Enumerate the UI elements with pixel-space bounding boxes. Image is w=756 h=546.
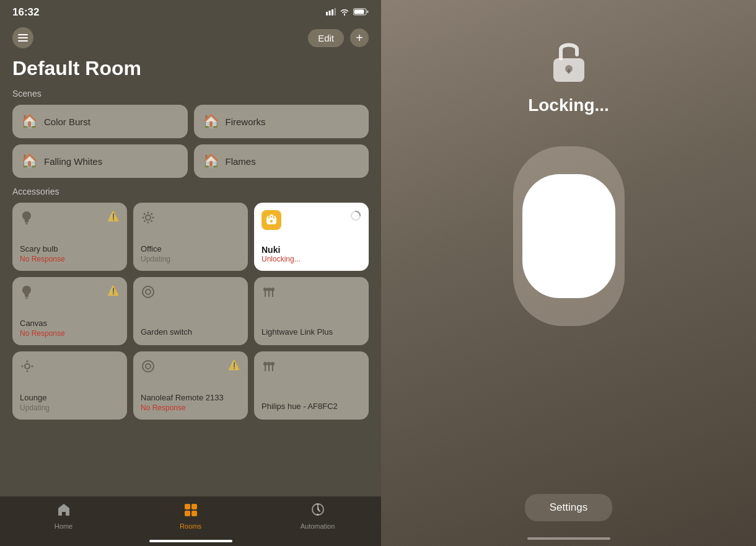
svg-point-53 [317, 504, 319, 506]
svg-rect-23 [271, 221, 272, 223]
acc-status: No Response [20, 329, 120, 338]
acc-card-nuki[interactable]: Nuki Unlocking... [254, 203, 369, 271]
battery-icon [353, 8, 369, 17]
status-bar: 16:32 [0, 0, 381, 22]
lock-icon-area: Locking... [528, 37, 609, 115]
svg-point-13 [147, 212, 149, 214]
svg-rect-50 [185, 511, 190, 516]
scenes-grid: 🏠 Color Burst 🏠 Fireworks 🏠 Falling Whit… [12, 105, 369, 178]
rooms-tab-icon [183, 503, 198, 520]
svg-point-17 [144, 213, 146, 215]
acc-card-lightwave[interactable]: Lightwave Link Plus [254, 277, 369, 345]
automation-tab-icon [310, 503, 325, 520]
svg-point-36 [27, 361, 29, 363]
svg-rect-5 [367, 11, 369, 13]
acc-name: Garden switch [141, 327, 240, 338]
loading-spinner [350, 210, 361, 224]
house-icon: 🏠 [203, 153, 219, 169]
svg-point-39 [32, 366, 33, 368]
svg-rect-7 [18, 34, 28, 35]
dial-container [513, 146, 625, 326]
phone-content: Scenes 🏠 Color Burst 🏠 Fireworks 🏠 Falli… [0, 89, 381, 420]
tab-automation-label: Automation [301, 522, 335, 530]
svg-point-40 [143, 361, 154, 372]
dial-outer[interactable] [513, 146, 625, 326]
svg-rect-1 [329, 11, 331, 15]
tab-bar: Home Rooms Autom [0, 496, 381, 546]
acc-status: Unlocking... [262, 255, 361, 263]
scene-card-fireworks[interactable]: 🏠 Fireworks [194, 105, 369, 138]
office-icon [141, 210, 156, 229]
svg-point-43 [267, 362, 271, 366]
svg-point-41 [146, 364, 151, 369]
acc-card-garden-switch[interactable]: Garden switch [133, 277, 248, 345]
acc-card-canvas[interactable]: ⚠️ Canvas No Response [12, 277, 127, 345]
svg-point-16 [152, 217, 154, 219]
acc-name: Canvas [20, 319, 120, 329]
acc-name: Nuki [262, 245, 361, 255]
accessories-label: Accessories [12, 187, 369, 196]
acc-card-lounge[interactable]: Lounge Updating [12, 351, 127, 420]
svg-rect-25 [25, 296, 29, 297]
house-icon: 🏠 [21, 153, 38, 169]
scene-name: Falling Whites [44, 156, 102, 167]
svg-point-15 [143, 217, 144, 219]
house-icon: 🏠 [21, 113, 38, 130]
acc-status: Updating [20, 403, 120, 412]
svg-rect-26 [25, 297, 28, 299]
list-icon[interactable] [12, 27, 33, 48]
tab-home[interactable]: Home [0, 503, 127, 530]
svg-point-42 [263, 362, 267, 366]
svg-point-31 [271, 288, 275, 291]
acc-status: Updating [141, 255, 240, 263]
acc-card-philips-hue[interactable]: Philips hue - AF8FC2 [254, 351, 369, 420]
bulb-icon [20, 284, 33, 306]
acc-card-office[interactable]: Office Updating [133, 203, 248, 271]
scene-name: Fireworks [226, 117, 266, 127]
philips-icon [262, 359, 276, 376]
tab-automation[interactable]: Automation [254, 503, 381, 530]
tab-rooms-label: Rooms [180, 522, 201, 530]
warning-icon: ⚠️ [107, 210, 120, 222]
scene-name: Flames [226, 156, 256, 167]
signal-icon [326, 8, 336, 17]
bulb-icon [20, 210, 33, 231]
acc-status: No Response [20, 255, 120, 263]
svg-rect-9 [18, 40, 28, 42]
scene-name: Color Burst [44, 117, 90, 127]
acc-card-nanoleaf[interactable]: ⚠️ Nanoleaf Remote 2133 No Response [133, 351, 248, 420]
phone-panel: 16:32 [0, 0, 381, 546]
lock-panel: Locking... Settings [381, 0, 756, 546]
svg-point-29 [263, 288, 267, 291]
settings-button[interactable]: Settings [525, 494, 612, 521]
svg-point-27 [143, 286, 154, 297]
svg-point-38 [22, 366, 24, 368]
svg-point-37 [27, 371, 29, 372]
status-icons [326, 8, 369, 17]
house-icon: 🏠 [203, 113, 219, 130]
scene-card-flames[interactable]: 🏠 Flames [194, 144, 369, 178]
lightwave-icon [262, 284, 276, 302]
acc-name: Lightwave Link Plus [262, 327, 361, 338]
svg-rect-0 [326, 12, 328, 15]
add-button[interactable]: + [350, 29, 369, 47]
tab-indicator [149, 540, 232, 542]
edit-button[interactable]: Edit [308, 29, 344, 47]
switch-icon [141, 284, 156, 303]
lounge-icon [20, 359, 35, 377]
tab-rooms[interactable]: Rooms [127, 503, 254, 530]
scene-card-falling-whites[interactable]: 🏠 Falling Whites [12, 144, 188, 178]
svg-point-30 [267, 288, 271, 291]
nuki-lock-icon [262, 210, 281, 230]
svg-rect-51 [191, 511, 197, 516]
svg-rect-48 [185, 504, 190, 509]
dial-inner [522, 174, 615, 298]
lock-icon [547, 37, 591, 89]
svg-point-54 [317, 514, 319, 516]
acc-card-scary-bulb[interactable]: ⚠️ Scary bulb No Response [12, 203, 127, 271]
tab-home-label: Home [55, 522, 73, 530]
svg-rect-3 [335, 8, 336, 15]
scene-card-color-burst[interactable]: 🏠 Color Burst [12, 105, 188, 138]
status-time: 16:32 [12, 6, 39, 19]
page-title: Default Room [0, 55, 381, 89]
